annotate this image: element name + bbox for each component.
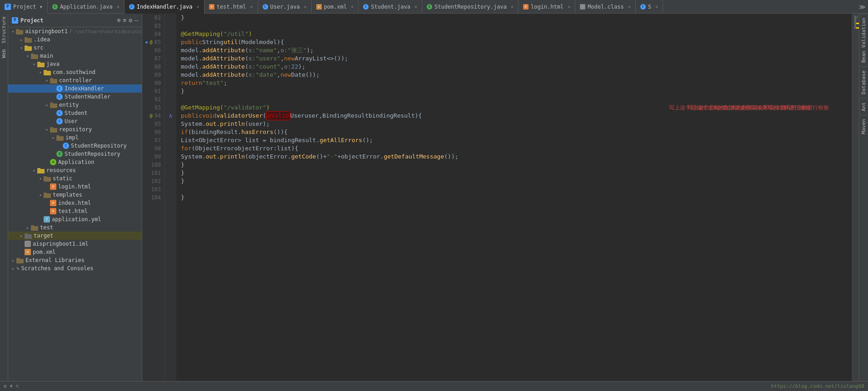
web-tab[interactable]: Web [0,46,8,61]
test-html-icon: H [50,208,56,214]
tab-close-studentrepo[interactable]: ✕ [511,4,514,9]
tree-item-user[interactable]: C User [8,117,142,125]
tab-label-login: login.html [531,4,564,10]
tree-item-studenthandler[interactable]: C StudentHandler [8,93,142,101]
tree-item-templates[interactable]: ▾ templates [8,191,142,199]
tree-item-idea[interactable]: ▸ .idea [8,35,142,44]
line-84: 84 [142,30,165,38]
code-editor[interactable]: } @GetMapping("/util") public String uti… [176,14,852,381]
tree-arrow-main: ▾ [25,54,31,59]
tree-label-target: target [34,233,53,239]
svg-rect-25 [44,193,47,194]
tree-item-iml[interactable]: aispringboot1.iml [8,240,142,248]
line-101: 101 [142,169,165,177]
tab-studentrepo-java[interactable]: I StudentRepository.java ✕ [422,0,519,14]
tab-close-user[interactable]: ✕ [304,4,307,9]
tree-item-com-southwind[interactable]: ▾ com.southwind [8,68,142,76]
tab-icon-studentrepo: I [427,4,432,10]
scrollbar-area[interactable]: ✓ [852,14,859,381]
tab-close-test[interactable]: ✕ [250,4,253,9]
tab-s[interactable]: C S ✕ [636,0,663,14]
tree-item-static[interactable]: ▾ static [8,174,142,183]
tree-item-java[interactable]: ▾ java [8,60,142,68]
tree-item-login-html[interactable]: H login.html [8,183,142,191]
tree-item-aispringboot1[interactable]: ▾ aispringboot1 F:\software\workidea\ais [8,27,142,35]
svg-rect-3 [25,37,28,39]
tab-pom-xml[interactable]: m pom.xml ✕ [312,0,359,14]
tree-item-application[interactable]: A Application [8,158,142,166]
project-dropdown[interactable]: P Project ▾ [0,0,48,14]
tab-close-application[interactable]: ✕ [117,4,120,9]
tab-overflow-btn[interactable]: ≫ [859,3,866,10]
tab-application-java[interactable]: C Application.java ✕ [48,0,125,14]
annotation-icon: @ [150,38,153,46]
login-html-icon: H [50,183,56,190]
tree-label-templates: templates [53,192,82,198]
tree-item-resources[interactable]: ▾ resources [8,166,142,174]
tree-item-studentrepo-iface[interactable]: I StudentRepository [8,150,142,158]
tree-item-test-html[interactable]: H test.html [8,207,142,215]
structure-tab[interactable]: Structure [0,14,8,46]
tree-arrow-impl: ▾ [50,135,56,140]
gutter-95 [165,120,176,128]
sidebar-minimize-btn[interactable]: — [135,17,138,24]
sidebar-add-btn[interactable]: ⊕ [117,17,121,24]
tab-close-student[interactable]: ✕ [414,4,417,9]
tab-test-html[interactable]: H test.html ✕ [205,0,258,14]
tree-item-scratches[interactable]: ▸ ✎ Scratches and Consoles [8,264,142,272]
tree-item-external-libraries[interactable]: ▸ External Libraries [8,256,142,264]
tree-item-test[interactable]: ▸ test [8,223,142,232]
tab-bar: P Project ▾ C Application.java ✕ C Index… [0,0,868,14]
main-folder-icon [31,53,38,59]
tree-item-target[interactable]: ▸ target [8,232,142,240]
line-104: 104 [142,193,165,202]
gutter-99 [165,153,176,161]
code-line-91: } [181,87,852,95]
scratches-icon: ✎ [16,266,20,272]
tab-close-s[interactable]: ✕ [655,4,658,9]
tree-item-main[interactable]: ▾ main [8,52,142,60]
code-line-100: } [181,161,852,169]
gutter-98 [165,144,176,153]
tree-item-student[interactable]: C Student [8,109,142,117]
line-90: 90 [142,79,165,87]
tree-item-index-html[interactable]: H index.html [8,199,142,207]
tree-arrow-target: ▸ [18,233,25,238]
tree-arrow-scratches: ▸ [10,266,16,271]
line-82: 82 [142,14,165,22]
sidebar-settings-btn[interactable]: ⚙ [129,17,132,24]
tab-icon-s: C [640,4,646,10]
tree-item-repository[interactable]: ▾ repository [8,125,142,134]
tab-indexhandler[interactable]: C IndexHandler.java ✕ [125,0,205,14]
tab-user-java[interactable]: C User.java ✕ [258,0,312,14]
tree-item-studentrepo-impl[interactable]: C StudentRepository [8,142,142,150]
tab-close-pom[interactable]: ✕ [351,4,354,9]
tab-close-model[interactable]: ✕ [628,4,631,9]
tree-label-test-html: test.html [58,208,88,214]
tree-item-indexhandler[interactable]: C IndexHandler [8,84,142,93]
tab-model-class[interactable]: · Model.class ✕ [575,0,636,14]
ant-tab[interactable]: Ant [860,98,868,115]
database-tab[interactable]: Database [860,66,868,98]
tree-label-application: Application [58,159,94,165]
tree-label-resources: resources [46,167,76,173]
tree-item-impl[interactable]: ▾ impl [8,134,142,142]
tab-close-login[interactable]: ✕ [568,4,570,9]
tree-item-entity[interactable]: ▾ entity [8,101,142,109]
gutter-89 [165,71,176,79]
tree-item-controller[interactable]: ▾ controller [8,76,142,84]
tab-login-html[interactable]: H login.html ✕ [519,0,575,14]
tab-icon-user: C [263,4,268,10]
tab-close-indexhandler[interactable]: ✕ [196,4,199,9]
sidebar-layout-btn[interactable]: ≡ [123,17,127,24]
tree-item-application-yml[interactable]: Y application.yml [8,215,142,223]
maven-tab[interactable]: Maven [860,115,868,138]
bean-validation-tab[interactable]: Bean Validation [860,14,868,66]
svg-rect-21 [37,168,40,170]
line-85: ◈ @ 85 [142,38,165,46]
tree-label-com: com.southwind [53,69,95,75]
tab-student-java[interactable]: C Student.java ✕ [359,0,422,14]
tree-item-pom-xml[interactable]: m pom.xml [8,248,142,256]
tree-item-src[interactable]: ▾ src [8,44,142,52]
right-panel: Bean Validation Database Ant Maven [859,14,868,381]
